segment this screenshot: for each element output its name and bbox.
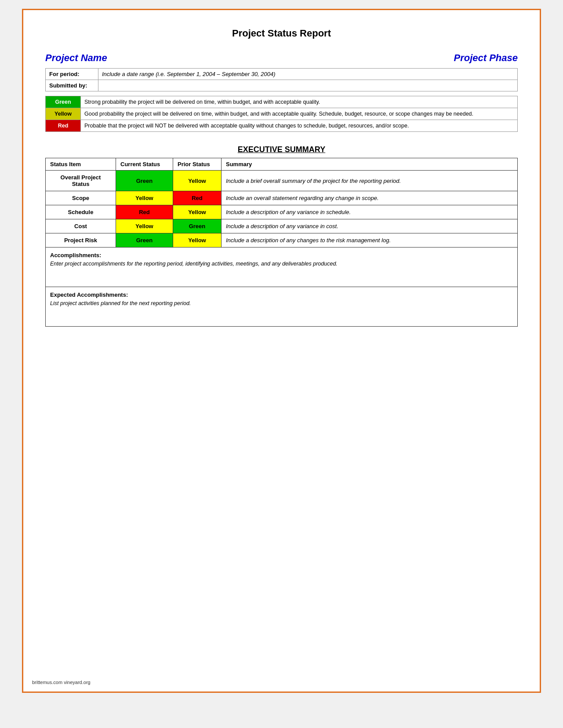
summary-text: Include a description of any variance in… (222, 205, 518, 219)
current-status: Red (116, 205, 173, 219)
legend-description: Good probability the project will be del… (81, 108, 518, 120)
legend-color: Yellow (46, 108, 81, 120)
exec-column-header: Summary (222, 158, 518, 171)
prior-status: Green (173, 219, 222, 233)
exec-column-header: Current Status (116, 158, 173, 171)
prior-status: Yellow (173, 205, 222, 219)
expected-accomplishments-section: Expected Accomplishments: List project a… (45, 287, 518, 327)
exec-row: Overall ProjectStatus Green Yellow Inclu… (46, 171, 518, 191)
status-item: Project Risk (46, 233, 116, 248)
current-status: Green (116, 233, 173, 248)
footer-text: brittemus.com vineyard.org (32, 680, 91, 685)
exec-column-header: Prior Status (173, 158, 222, 171)
legend-row: RedProbable that the project will NOT be… (46, 120, 518, 132)
status-item: Schedule (46, 205, 116, 219)
executive-summary-table: Status ItemCurrent StatusPrior StatusSum… (45, 158, 518, 248)
summary-text: Include a description of any changes to … (222, 233, 518, 248)
info-row: Submitted by: (46, 80, 518, 91)
exec-column-header: Status Item (46, 158, 116, 171)
accomplishments-title: Accomplishments: (50, 252, 513, 258)
legend-color: Green (46, 96, 81, 108)
legend-color: Red (46, 120, 81, 132)
summary-text: Include a description of any variance in… (222, 219, 518, 233)
exec-row: Scope Yellow Red Include an overall stat… (46, 191, 518, 205)
exec-row: Project Risk Green Yellow Include a desc… (46, 233, 518, 248)
legend-row: GreenStrong probability the project will… (46, 96, 518, 108)
project-name-label: Project Name (45, 52, 107, 64)
prior-status: Yellow (173, 171, 222, 191)
status-item: Cost (46, 219, 116, 233)
page-container: Project Status Report Project Name Proje… (22, 9, 541, 693)
accomplishments-text: Enter project accomplishments for the re… (50, 261, 513, 267)
status-item: Scope (46, 191, 116, 205)
current-status: Green (116, 171, 173, 191)
legend-table: GreenStrong probability the project will… (45, 96, 518, 132)
prior-status: Red (173, 191, 222, 205)
executive-summary-title: EXECUTIVE SUMMARY (45, 145, 518, 154)
current-status: Yellow (116, 219, 173, 233)
legend-description: Strong probability the project will be d… (81, 96, 518, 108)
info-label: Submitted by: (46, 80, 98, 91)
info-row: For period:Include a date range (i.e. Se… (46, 69, 518, 80)
info-label: For period: (46, 69, 98, 80)
project-phase-label: Project Phase (454, 52, 518, 64)
current-status: Yellow (116, 191, 173, 205)
header-row: Project Name Project Phase (45, 52, 518, 64)
info-value: Include a date range (i.e. September 1, … (98, 69, 518, 80)
exec-row: Schedule Red Yellow Include a descriptio… (46, 205, 518, 219)
summary-text: Include a brief overall summary of the p… (222, 171, 518, 191)
expected-text: List project activities planned for the … (50, 300, 513, 306)
status-item: Overall ProjectStatus (46, 171, 116, 191)
expected-title: Expected Accomplishments: (50, 291, 513, 298)
legend-row: YellowGood probability the project will … (46, 108, 518, 120)
info-value (98, 80, 518, 91)
accomplishments-section: Accomplishments: Enter project accomplis… (45, 248, 518, 287)
prior-status: Yellow (173, 233, 222, 248)
summary-text: Include an overall statement regarding a… (222, 191, 518, 205)
legend-description: Probable that the project will NOT be de… (81, 120, 518, 132)
info-table: For period:Include a date range (i.e. Se… (45, 68, 518, 91)
exec-row: Cost Yellow Green Include a description … (46, 219, 518, 233)
page-title: Project Status Report (45, 28, 518, 39)
